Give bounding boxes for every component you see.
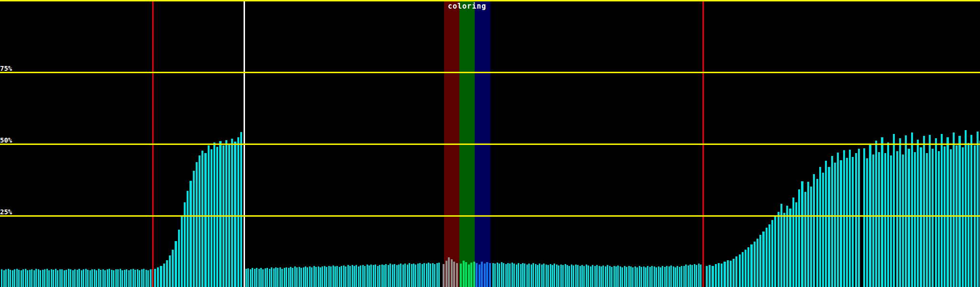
bar — [68, 269, 69, 287]
bar — [950, 149, 952, 287]
bar — [509, 264, 511, 287]
bar — [822, 173, 824, 287]
bar — [438, 263, 440, 287]
bar — [250, 269, 251, 287]
bar — [468, 265, 470, 287]
bar — [290, 267, 291, 287]
bar — [679, 267, 680, 287]
bar — [567, 265, 568, 287]
bar — [117, 269, 119, 287]
gridline-25 — [0, 215, 980, 217]
bar — [528, 264, 530, 287]
bar — [953, 132, 955, 287]
bar — [339, 267, 340, 287]
bar — [96, 270, 97, 287]
bar — [666, 266, 668, 287]
bar — [22, 269, 24, 287]
bar — [193, 171, 195, 287]
bar — [367, 265, 368, 287]
bar — [265, 268, 266, 287]
bar — [620, 266, 621, 287]
bar — [98, 269, 100, 287]
bar — [150, 269, 151, 287]
bar — [288, 268, 290, 287]
bar — [932, 149, 934, 287]
bar — [554, 264, 555, 287]
bar — [219, 141, 221, 287]
bar — [727, 260, 729, 287]
bar — [878, 152, 880, 287]
bar — [526, 265, 528, 287]
bar — [543, 264, 545, 287]
bar — [115, 269, 117, 287]
bar — [690, 265, 691, 287]
bar — [698, 264, 700, 287]
bar — [277, 268, 278, 287]
bar — [613, 266, 615, 287]
gridline-50 — [0, 144, 980, 145]
bar — [305, 266, 306, 287]
bar — [801, 181, 803, 287]
bar — [735, 256, 737, 287]
bar — [615, 266, 617, 287]
bar — [33, 270, 35, 287]
bar — [492, 263, 494, 287]
bar — [309, 266, 311, 287]
bar — [269, 269, 270, 287]
bar — [908, 149, 910, 287]
bar — [715, 264, 717, 287]
bar — [849, 150, 851, 287]
bar — [100, 270, 101, 287]
bar — [109, 269, 110, 287]
bar — [677, 266, 678, 287]
bar — [124, 270, 125, 287]
bar — [281, 269, 283, 287]
bar — [66, 270, 67, 287]
bar — [29, 270, 31, 287]
bar — [766, 228, 768, 287]
bar — [497, 263, 498, 287]
bar — [484, 264, 486, 287]
bar — [647, 266, 648, 287]
bar — [252, 268, 253, 287]
bar — [470, 263, 472, 287]
bar — [546, 265, 547, 287]
bar — [349, 266, 351, 287]
bar — [522, 263, 523, 287]
bar — [494, 264, 496, 287]
bar — [273, 268, 275, 287]
bar — [552, 265, 553, 287]
bar — [875, 141, 877, 287]
bar — [762, 232, 764, 287]
bar — [46, 269, 48, 287]
bar — [428, 263, 429, 287]
bar — [231, 139, 233, 287]
bar — [573, 265, 574, 287]
bar — [639, 266, 640, 287]
bar — [688, 265, 689, 287]
bar — [599, 266, 600, 287]
gridline-100 — [0, 0, 980, 1]
bar — [44, 269, 45, 287]
bar — [505, 264, 507, 287]
bar — [10, 270, 11, 287]
bar — [712, 266, 713, 287]
bar — [947, 137, 948, 287]
bar — [18, 270, 20, 287]
bar — [881, 137, 883, 287]
bar — [133, 269, 134, 287]
bar — [825, 161, 827, 287]
bar — [396, 265, 398, 287]
bar — [394, 264, 395, 287]
bar — [296, 267, 298, 287]
bar — [381, 265, 383, 287]
bar — [204, 153, 206, 287]
bar — [513, 264, 515, 287]
bar — [294, 266, 296, 287]
bar — [407, 265, 408, 287]
bar — [476, 263, 478, 287]
bar — [696, 265, 697, 287]
bar — [747, 247, 749, 287]
bar — [360, 265, 361, 287]
bar — [334, 266, 336, 287]
